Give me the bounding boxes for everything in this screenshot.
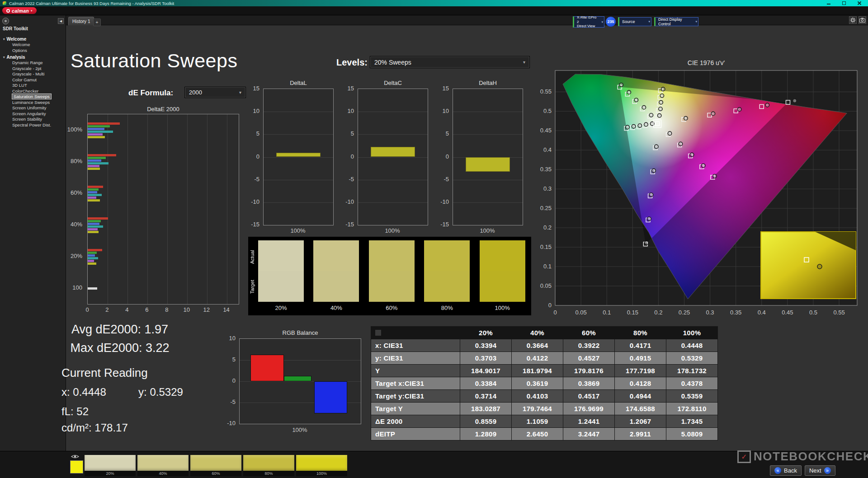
sidebar-collapse-button[interactable]: ◀ — [58, 18, 64, 24]
sidebar-item-colorchecker[interactable]: ColorChecker — [0, 89, 66, 94]
group-label: Analysis — [7, 55, 25, 60]
row-label-e-2000: ΔE 2000 — [371, 415, 460, 427]
chevron-down-icon: ▾ — [601, 20, 603, 23]
de-bar-blue — [88, 159, 101, 162]
svg-text:0.15: 0.15 — [627, 309, 638, 316]
record-button[interactable] — [2, 18, 9, 24]
de-bar-green — [88, 252, 97, 254]
x-tick-label: 100% — [453, 227, 522, 234]
sidebar-item-grayscale-2pt[interactable]: Grayscale - 2pt — [0, 66, 66, 72]
grid-line — [358, 180, 428, 180]
sidebar-item-spectral-power-dist[interactable]: Spectral Power Dist. — [0, 122, 66, 128]
sidebar-item-screen-uniformity[interactable]: Screen Uniformity — [0, 105, 66, 111]
svg-text:0.5: 0.5 — [809, 309, 817, 316]
patch-color — [85, 455, 136, 471]
watermark-text-1: NOTEBOOK — [754, 450, 827, 463]
sidebar: ◀ SDR Toolkit ▾WelcomeWelcomeOptions▾Ana… — [0, 15, 66, 478]
y-tick-label: -15 — [243, 221, 259, 228]
sidebar-item-3d-lut[interactable]: 3D LUT — [0, 83, 66, 89]
meter-reading-count-badge: 235 — [606, 17, 616, 27]
back-button[interactable]: « Back — [770, 465, 802, 476]
table-value: 0.4171 — [615, 339, 666, 351]
patch-80%[interactable]: 80% — [243, 455, 294, 476]
next-button[interactable]: Next » — [805, 465, 835, 476]
minimize-button[interactable] — [826, 1, 831, 5]
add-tab-button[interactable]: + — [93, 19, 101, 26]
cie-zoom-inset — [761, 232, 856, 299]
levels-dropdown[interactable]: 20% Sweeps ▾ — [370, 56, 530, 68]
meter-mode: Direct View — [577, 24, 599, 28]
target-swatch — [369, 271, 415, 302]
patch-60%[interactable]: 60% — [190, 455, 241, 476]
calman-menu-button[interactable]: calman ▾ — [2, 7, 37, 14]
table-value: 0.4527 — [563, 352, 614, 364]
deltaC-bar — [371, 147, 415, 157]
item-label: Screen Stability — [12, 117, 42, 122]
table-value: 0.4122 — [512, 352, 563, 364]
table-value: 179.8176 — [563, 365, 614, 377]
close-button[interactable] — [857, 1, 862, 5]
y-tick-label: 15 — [338, 85, 354, 92]
app-icon — [3, 1, 6, 5]
de-bar-magenta — [88, 165, 99, 167]
calman-app: { "window": { "title": "Calman 2022 Calm… — [0, 0, 868, 478]
display-control-selector[interactable]: Direct Display Control ▾ — [654, 17, 698, 26]
svg-text:0.4: 0.4 — [758, 309, 766, 316]
patch-40%[interactable]: 40% — [137, 455, 189, 476]
sidebar-item-grayscale-multi[interactable]: Grayscale - Multi — [0, 71, 66, 77]
patch-100%[interactable]: 100% — [296, 455, 347, 476]
table-value: 0.3394 — [460, 339, 511, 351]
avg-de-value: 1.97 — [145, 323, 169, 336]
item-label: Screen Angularity — [12, 111, 46, 116]
sidebar-group-analysis[interactable]: ▾Analysis — [0, 53, 66, 60]
formula-dropdown[interactable]: 2000 ▾ — [184, 87, 246, 98]
swatch-60% — [369, 240, 415, 302]
sidebar-item-screen-angularity[interactable]: Screen Angularity — [0, 111, 66, 117]
de-bar-white — [88, 287, 97, 290]
y-tick-label: 10 — [243, 108, 259, 114]
grid-line — [453, 180, 523, 180]
sidebar-item-welcome[interactable]: Welcome — [0, 42, 66, 48]
sidebar-group-welcome[interactable]: ▾Welcome — [0, 35, 66, 42]
patch-20%[interactable]: 20% — [85, 455, 136, 476]
sidebar-item-screen-stability[interactable]: Screen Stability — [0, 117, 66, 122]
measurement-table: 20%40%60%80%100%x: CIE310.33940.36640.39… — [371, 326, 718, 441]
sidebar-item-saturation-sweeps[interactable]: Saturation Sweeps — [0, 94, 66, 100]
sidebar-item-options[interactable]: Options — [0, 48, 66, 54]
group-label: 20% — [71, 253, 82, 259]
rgb-plot — [239, 338, 361, 424]
de-bar-red — [88, 154, 116, 156]
y-value: 0.5329 — [150, 386, 183, 398]
x-tick-label: 14 — [223, 306, 229, 313]
svg-text:0.3: 0.3 — [543, 185, 552, 192]
swatch-label: 100% — [480, 305, 525, 311]
table-value: 1.7345 — [666, 415, 717, 427]
maximize-button[interactable] — [842, 1, 846, 5]
source-selector[interactable]: Source ▾ — [618, 17, 651, 26]
row-label-deitp: dEITP — [371, 428, 460, 440]
eye-icon[interactable] — [71, 454, 79, 459]
settings-button[interactable] — [849, 16, 857, 24]
y-tick-label: -5 — [243, 176, 259, 183]
sidebar-item-luminance-sweeps[interactable]: Luminance Sweeps — [0, 100, 66, 106]
row-label-x-cie31: x: CIE31 — [371, 339, 460, 351]
sidebar-item-color-gamut[interactable]: Color Gamut — [0, 77, 66, 83]
de-bar-magenta — [88, 197, 96, 199]
x-label: x: — [61, 386, 70, 398]
y-tick-label: -10 — [338, 198, 354, 205]
tab-history-1[interactable]: History 1 — [68, 17, 94, 25]
camera-icon — [859, 18, 865, 23]
table-value: 183.0287 — [460, 403, 511, 415]
table-value: 177.7198 — [615, 365, 666, 377]
table-value: 179.7464 — [512, 403, 563, 415]
screenshot-button[interactable] — [859, 16, 866, 24]
group-label: 80% — [71, 158, 82, 164]
target-swatch — [480, 271, 525, 302]
chevron-down-icon: ▾ — [3, 37, 5, 41]
sidebar-item-dynamic-range[interactable]: Dynamic Range — [0, 60, 66, 66]
table-value: 0.8559 — [460, 415, 511, 427]
watermark-text-2: CHECK — [827, 450, 868, 463]
table-value: 2.6450 — [512, 428, 563, 440]
meter-selector[interactable]: X-Rite i1Pro 2 Direct View ▾ — [573, 16, 604, 28]
check-logo-icon: ✓ — [737, 450, 751, 463]
